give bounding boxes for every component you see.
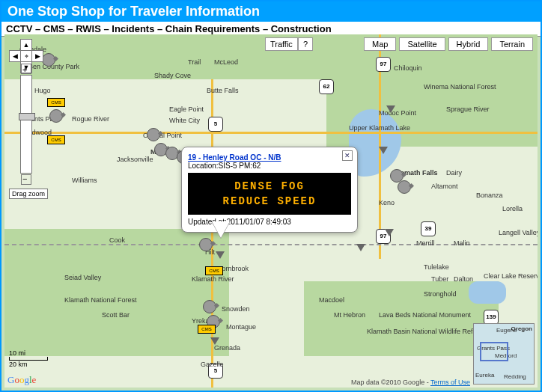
city-label: Mt Hebron (334, 311, 365, 319)
city-label: White City (169, 117, 200, 124)
city-label: Montague (226, 323, 256, 331)
city-label: Winema National Forest (424, 83, 496, 91)
zoom-out-icon[interactable]: − (22, 174, 27, 184)
cms-marker[interactable]: CMS (205, 266, 223, 275)
camera-marker[interactable] (398, 180, 411, 194)
city-label: Modoc Point (379, 109, 416, 117)
city-label: Rogue River (72, 115, 109, 123)
city-label: Keno (379, 199, 395, 206)
lake-clear (469, 281, 506, 304)
drag-zoom-button[interactable]: Drag zoom (9, 189, 48, 199)
city-label: Lorella (502, 205, 523, 212)
city-label: Chiloquin (394, 64, 422, 72)
pin-marker[interactable] (379, 147, 388, 159)
city-label: Altamont (431, 183, 458, 190)
cms-message-board: DENSE FOG REDUCE SPEED (188, 173, 351, 215)
camera-marker[interactable] (147, 128, 160, 141)
overview-map[interactable]: Oregon Eugene Grants Pass Medford Eureka… (473, 323, 535, 385)
city-label: Macdoel (319, 296, 344, 304)
pin-marker[interactable] (385, 229, 394, 241)
traffic-help-button[interactable]: ? (298, 37, 313, 51)
city-label: Lava Beds National Monument (379, 311, 471, 319)
city-label: Langell Valley (499, 229, 538, 236)
city-label: McLeod (214, 58, 238, 66)
city-label: Clear Lake Reservoir (484, 272, 538, 280)
shield-or62: 62 (319, 79, 334, 94)
cms-marker[interactable]: CMS (47, 135, 65, 144)
city-label: Williams (72, 177, 97, 184)
zoom-in-icon[interactable]: + (22, 64, 27, 75)
cms-marker[interactable]: CMS (198, 325, 216, 334)
city-label: Trail (188, 58, 201, 66)
pan-up-button[interactable]: ▲ (20, 39, 32, 51)
city-label: Upper Klamath Lake (349, 124, 410, 132)
pin-marker[interactable] (210, 337, 219, 349)
camera-marker[interactable] (203, 300, 216, 313)
info-link[interactable]: 19 - Henley Road OC - N/B (188, 153, 281, 162)
pan-left-button[interactable]: ◀ (9, 50, 21, 62)
map-canvas[interactable]: 5 5 97 97 62 39 139 Rogue River Shady Co… (4, 34, 538, 388)
mini-city: Redding (504, 373, 526, 380)
zoom-thumb[interactable] (19, 113, 35, 120)
info-location: Location:SIS-5 PM:62 (188, 162, 261, 170)
city-label: Shady Cove (154, 72, 191, 79)
cms-marker[interactable]: CMS (47, 98, 65, 107)
maptype-hybrid[interactable]: Hybrid (448, 37, 489, 51)
info-updated: Updated at:2011/01/07 8:49:03 (188, 218, 291, 226)
city-label: Stronghold (424, 290, 457, 298)
shield-us97: 97 (376, 57, 391, 72)
city-label: Gazelle (201, 361, 224, 368)
city-label: Seiad Valley (64, 274, 101, 281)
city-label: Tuber (431, 275, 448, 283)
city-label: Klamath National Forest (64, 296, 137, 304)
city-label: Malin (454, 239, 470, 247)
maptype-terrain[interactable]: Terrain (491, 37, 533, 51)
city-label: Klamath River (192, 275, 234, 283)
cms-line1: DENSE FOG (191, 180, 348, 192)
pin-marker[interactable] (216, 251, 225, 263)
map-type-bar: Map Satellite Hybrid Terrain (364, 37, 533, 51)
close-icon[interactable]: ✕ (342, 150, 353, 161)
maptype-map[interactable]: Map (364, 37, 396, 51)
info-window: ✕ 19 - Henley Road OC - N/B Location:SIS… (181, 147, 358, 233)
scale-mi: 10 mi (9, 349, 48, 357)
traffic-controls: Traffic ? (265, 37, 313, 51)
city-label: Jacksonville (117, 156, 153, 163)
city-label: Eagle Point (169, 105, 204, 113)
pan-zoom-control: ▲ ◀ ▶ ▼ ⌖ + − Drag zoom (9, 39, 48, 199)
zoom-slider[interactable]: + − (20, 75, 32, 174)
road-main-ew (4, 132, 538, 134)
map-attribution: Map data ©2010 Google - Terms of Use (351, 379, 470, 386)
camera-marker[interactable] (49, 109, 63, 123)
traffic-button[interactable]: Traffic (265, 37, 298, 51)
city-label: Bonanza (476, 192, 503, 199)
mini-city: Eugene (496, 327, 517, 334)
cms-line2: REDUCE SPEED (191, 195, 348, 207)
scale-km: 20 km (9, 361, 48, 368)
shield-or139: 139 (484, 310, 499, 325)
city-label: Merrill (416, 239, 435, 247)
shield-i5: 5 (208, 117, 223, 132)
mini-city: Eureka (475, 372, 494, 379)
camera-marker[interactable] (199, 238, 213, 251)
city-label: Cook (109, 236, 125, 244)
city-label: Butte Falls (207, 87, 239, 94)
forest (4, 229, 229, 356)
pin-marker[interactable] (386, 105, 395, 117)
city-label: Klamath Basin National Wildlife Refuge (367, 328, 484, 335)
title-bar: One Stop Shop for Traveler Information (1, 1, 541, 22)
city-label: Dairy (446, 169, 462, 177)
pan-right-button[interactable]: ▶ (31, 50, 43, 62)
scale-control: 10 mi 20 km (9, 349, 48, 368)
pan-center-button[interactable]: ⌖ (20, 50, 32, 62)
terms-link[interactable]: Terms of Use (430, 379, 470, 386)
city-label: Sprague River (446, 105, 490, 113)
city-label: Tulelake (424, 263, 449, 271)
city-label: Snowden (222, 305, 250, 313)
overview-rect[interactable] (480, 342, 508, 361)
maptype-satellite[interactable]: Satellite (399, 37, 445, 51)
city-label: Dalton (454, 275, 473, 283)
google-logo: Google (7, 374, 36, 386)
info-tail (212, 221, 230, 247)
pin-marker[interactable] (356, 244, 365, 256)
